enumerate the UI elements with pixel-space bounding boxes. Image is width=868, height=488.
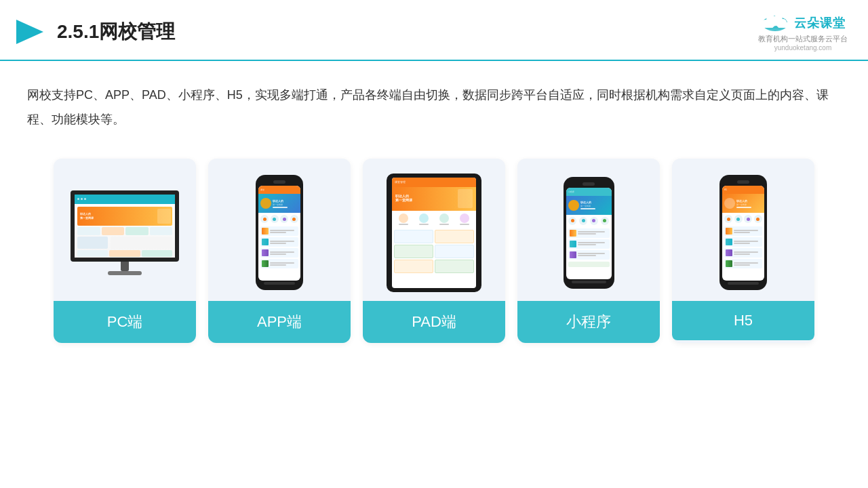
- monitor-screen: 职达人的第一堂网课: [71, 190, 179, 262]
- svg-text:☁: ☁: [772, 22, 778, 30]
- card-pad-label: PAD端: [363, 301, 505, 343]
- card-h5: H5 职达人的 第一堂网课: [672, 159, 814, 343]
- logo-cloud: ☁ 云朵课堂: [760, 12, 846, 34]
- phone-app-mockup: 课堂 职达人的 第一堂网课: [256, 175, 303, 290]
- card-miniprogram-label: 小程序: [517, 301, 660, 343]
- card-h5-image: H5 职达人的 第一堂网课: [672, 159, 814, 301]
- phone-mini-mockup: 小程序 职达人的 第一堂网课: [564, 177, 614, 289]
- card-h5-label: H5: [672, 301, 814, 340]
- card-pc-label: PC端: [54, 301, 196, 343]
- card-pad-image: 课堂管理 职达人的第一堂网课: [363, 159, 505, 301]
- card-pc-image: 职达人的第一堂网课: [54, 159, 196, 301]
- card-app-image: 课堂 职达人的 第一堂网课: [208, 159, 351, 301]
- header: 2.5.1网校管理 ☁ 云朵课堂 教育机构一站式服务云平台 yunduoketa…: [0, 0, 868, 61]
- card-miniprogram: 小程序 职达人的 第一堂网课: [517, 159, 660, 343]
- card-app-label: APP端: [208, 301, 351, 343]
- monitor-mockup: 职达人的第一堂网课: [66, 190, 184, 275]
- logo-subtitle: 教育机构一站式服务云平台: [758, 34, 848, 44]
- card-pad: 课堂管理 职达人的第一堂网课: [363, 159, 505, 343]
- card-app: 课堂 职达人的 第一堂网课: [208, 159, 351, 343]
- card-pc: 职达人的第一堂网课: [54, 159, 196, 343]
- tablet-mockup: 课堂管理 职达人的第一堂网课: [387, 174, 481, 292]
- logo-url: yunduoketang.com: [774, 44, 832, 52]
- cloud-logo-icon: ☁: [760, 12, 790, 34]
- logo-area: ☁ 云朵课堂 教育机构一站式服务云平台 yunduoketang.com: [758, 12, 848, 52]
- phone-h5-mockup: H5 职达人的 第一堂网课: [719, 175, 767, 290]
- cards-container: 职达人的第一堂网课: [0, 138, 868, 363]
- play-icon: [14, 16, 46, 48]
- svg-marker-0: [16, 20, 43, 44]
- header-left: 2.5.1网校管理: [14, 16, 175, 48]
- description-text: 网校支持PC、APP、PAD、小程序、H5，实现多端打通，产品各终端自由切换，数…: [27, 83, 841, 131]
- page-title: 2.5.1网校管理: [57, 19, 175, 45]
- card-miniprogram-image: 小程序 职达人的 第一堂网课: [517, 159, 660, 301]
- description: 网校支持PC、APP、PAD、小程序、H5，实现多端打通，产品各终端自由切换，数…: [0, 61, 868, 138]
- logo-name: 云朵课堂: [794, 15, 846, 31]
